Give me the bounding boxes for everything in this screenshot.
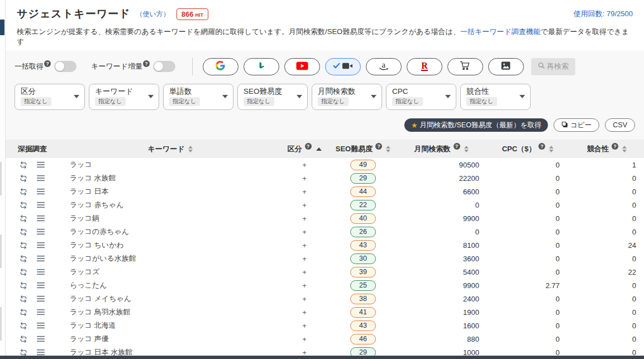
filter-seo-difficulty[interactable]: SEO難易度 指定なし (237, 84, 308, 110)
menu-icon[interactable] (37, 336, 45, 342)
usage-guide-link[interactable]: （使い方） (136, 9, 170, 19)
menu-icon[interactable] (37, 175, 45, 181)
deep-dive-icon[interactable] (20, 202, 27, 209)
keyword-cell[interactable]: ラッコ 日本 (61, 186, 279, 197)
menu-icon[interactable] (37, 282, 45, 289)
deep-dive-icon[interactable] (20, 322, 27, 329)
usage-count: 使用回数: 79/2500 (574, 9, 633, 19)
fetch-latest-button[interactable]: ★ 月間検索数/SEO難易度（最新）を取得 (404, 118, 548, 132)
filter-label: CPC (392, 87, 451, 95)
keyword-cell[interactable]: ラッコがいる水族館 (61, 253, 279, 264)
shopping-cart-icon (460, 61, 470, 72)
keyword-boost-toggle[interactable] (153, 61, 175, 72)
csv-button[interactable]: CSV (605, 118, 635, 132)
bulk-fetch-toggle[interactable] (54, 61, 77, 72)
keyword-cell[interactable]: ラッコズ (61, 267, 279, 277)
google-image-search-button[interactable] (488, 58, 524, 75)
menu-icon[interactable] (37, 322, 45, 329)
deep-dive-icon[interactable] (20, 188, 27, 195)
deep-dive-icon[interactable] (20, 295, 27, 303)
column-header-seo-difficulty[interactable]: SEO難易度? (330, 144, 397, 154)
keyword-cell[interactable]: ラッコ 水族館 (61, 173, 279, 183)
menu-icon[interactable] (37, 242, 45, 248)
sort-icon[interactable] (386, 146, 390, 152)
deep-dive-icon[interactable] (20, 336, 27, 343)
help-icon[interactable]: ? (44, 60, 51, 67)
menu-icon[interactable] (37, 255, 45, 262)
google-shopping-search-button[interactable] (447, 58, 483, 75)
research-button[interactable]: 再検索 (531, 58, 575, 75)
help-icon[interactable]: ? (375, 143, 382, 150)
menu-icon[interactable] (37, 228, 45, 235)
filter-keyword[interactable]: キーワード 指定なし (89, 84, 159, 110)
deep-dive-icon[interactable] (20, 269, 27, 276)
category-cell: + (279, 241, 330, 250)
keyword-cell[interactable]: ラッコ 赤ちゃん (61, 200, 279, 210)
sort-icon[interactable] (549, 146, 554, 152)
deep-dive-icon[interactable] (20, 349, 27, 356)
filter-cpc[interactable]: CPC 指定なし (386, 84, 456, 110)
table-row: ラッコがいる水族館 + 30 3600 0 0 (6, 252, 644, 265)
deep-dive-icon[interactable] (20, 228, 27, 236)
amazon-search-button[interactable]: a (366, 58, 402, 75)
filter-competition[interactable]: 競合性 指定なし (460, 84, 531, 110)
help-icon[interactable]: ? (305, 143, 312, 150)
keyword-cell[interactable]: ラッコ鍋 (61, 213, 279, 223)
sort-ascending-icon[interactable] (316, 147, 322, 151)
filter-label: SEO難易度 (244, 87, 303, 95)
menu-icon[interactable] (37, 202, 45, 208)
sort-icon[interactable] (188, 146, 193, 152)
column-header-cpc[interactable]: CPC（$）? (486, 144, 570, 154)
keyword-cell[interactable]: ラッコ 声優 (61, 334, 279, 344)
help-icon[interactable]: ? (454, 143, 460, 150)
google-search-button[interactable] (203, 58, 238, 75)
seo-difficulty-badge: 29 (350, 173, 376, 184)
bulk-keyword-research-link[interactable]: 一括キーワード調査機能 (460, 27, 541, 36)
keyword-cell[interactable]: ラッコ 北海道 (61, 320, 279, 331)
help-icon[interactable]: ? (538, 143, 545, 150)
rakuten-search-button[interactable]: R (407, 58, 442, 75)
competition-cell: 22 (570, 268, 644, 276)
column-header-keyword[interactable]: キーワード (61, 144, 279, 154)
deep-dive-icon[interactable] (20, 215, 27, 222)
deep-dive-icon[interactable] (20, 175, 27, 182)
keyword-cell[interactable]: らっこたん (61, 280, 279, 290)
keyword-cell[interactable]: ラッコ (61, 160, 279, 170)
copy-button[interactable]: コピー (554, 118, 599, 132)
cpc-cell: 0 (486, 322, 570, 330)
google-video-search-button[interactable] (325, 58, 361, 75)
youtube-search-button[interactable] (284, 58, 320, 75)
deep-dive-icon[interactable] (20, 161, 27, 169)
help-icon[interactable]: ? (612, 143, 618, 150)
copy-icon (561, 121, 568, 130)
deep-dive-icon[interactable] (20, 255, 27, 262)
filter-monthly-searches[interactable]: 月間検索数 指定なし (312, 84, 382, 110)
column-header-competition[interactable]: 競合性? (570, 144, 644, 154)
amazon-icon: a (379, 62, 388, 71)
deep-dive-icon[interactable] (20, 242, 27, 249)
menu-icon[interactable] (37, 161, 45, 168)
cpc-cell: 0 (486, 214, 570, 223)
search-icon (538, 62, 545, 71)
keyword-cell[interactable]: ラッコ ちいかわ (61, 240, 279, 250)
bing-search-button[interactable] (244, 58, 279, 75)
column-header-category[interactable]: 区分? (279, 144, 330, 154)
filter-category[interactable]: 区分 指定なし (15, 84, 85, 110)
filter-word-count[interactable]: 単語数 指定なし (163, 84, 233, 110)
keyword-cell[interactable]: ラッコ メイちゃん (61, 294, 279, 304)
help-icon[interactable]: ? (143, 60, 150, 67)
menu-icon[interactable] (37, 309, 45, 315)
menu-icon[interactable] (37, 295, 45, 302)
sort-icon[interactable] (622, 146, 627, 152)
menu-icon[interactable] (37, 215, 45, 222)
column-header-label: キーワード (148, 144, 185, 154)
menu-icon[interactable] (37, 188, 45, 195)
deep-dive-icon[interactable] (20, 282, 27, 289)
column-header-monthly-searches[interactable]: 月間検索数? (397, 144, 486, 154)
sort-icon[interactable] (464, 146, 469, 152)
deep-dive-icon[interactable] (20, 309, 27, 316)
menu-icon[interactable] (37, 269, 45, 275)
keyword-cell[interactable]: ラッコ 鳥羽水族館 (61, 307, 279, 317)
keyword-cell[interactable]: ラッコの赤ちゃん (61, 227, 279, 237)
menu-icon[interactable] (37, 349, 45, 356)
